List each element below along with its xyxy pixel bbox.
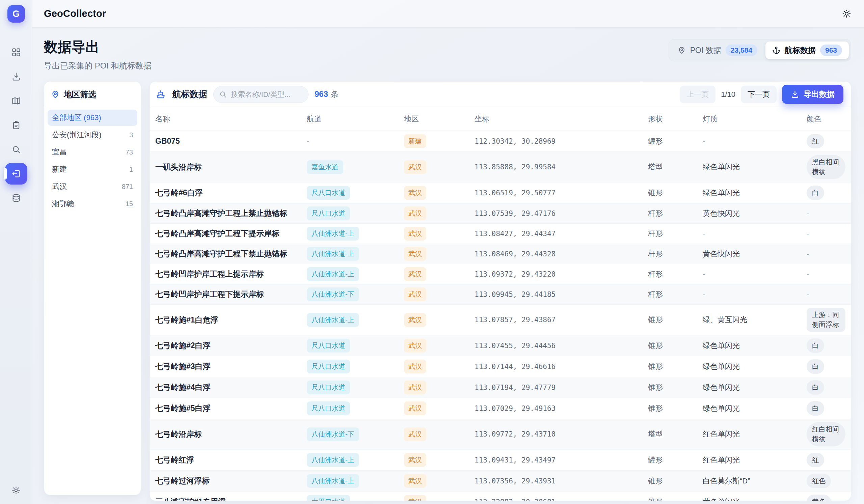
table-row[interactable]: 七弓岭凸岸高滩守护工程下提示岸标八仙洲水道-上武汉113.08427, 29.4… [150,223,851,244]
region-badge: 武汉 [404,313,426,327]
color-badge: 红色 [807,474,831,488]
region-badge: 武汉 [404,360,426,373]
color-badge: 黄色 [807,494,831,501]
table-row[interactable]: 七弓岭施#2白浮尺八口水道武汉113.07455, 29.44456锥形绿色单闪… [150,335,851,356]
cell-shape: 杆形 [648,229,703,239]
color-badge: 红 [807,453,824,467]
cell-light: 黄色快闪光 [703,249,807,259]
cell-coordinates: 113.85888, 29.99584 [475,163,648,171]
filter-item-count: 73 [125,148,133,156]
sidebar-item-map[interactable] [5,90,27,112]
cell-coordinates: 113.09772, 29.43710 [475,430,648,438]
dataset-tab-label: POI 数据 [690,45,721,56]
table-row[interactable]: 七弓岭施#5白浮尺八口水道武汉113.07029, 29.49163锥形绿色单闪… [150,398,851,419]
cell-light: - [703,137,807,146]
table-row[interactable]: 七弓岭过河浮标八仙洲水道-上武汉113.07356, 29.43931锥形白色莫… [150,470,851,491]
cell-shape: 杆形 [648,269,703,279]
region-badge: 武汉 [404,287,426,301]
record-count-value: 963 [314,89,328,99]
sidebar-item-database[interactable] [5,187,27,209]
row-name: 七弓岭施#1白危浮 [155,315,307,325]
table-row[interactable]: GB075-新建112.30342, 30.28969罐形-红 [150,131,851,151]
empty-dash: - [807,270,845,279]
region-badge: 武汉 [404,453,426,467]
row-name: 七弓岭凹岸护岸工程上提示岸标 [155,269,307,279]
region-badge: 武汉 [404,227,426,241]
theme-toggle-sun-icon[interactable] [842,9,851,18]
cell-coordinates: 113.07194, 29.47779 [475,383,648,392]
dataset-tab-poi[interactable]: POI 数据 23,584 [671,41,764,59]
column-header: 坐标 [475,114,648,124]
sidebar-item-data-export[interactable] [5,163,27,185]
table-row[interactable]: 七弓岭施#1白危浮八仙洲水道-上武汉113.07857, 29.43867锥形绿… [150,304,851,335]
table-row[interactable]: 七弓岭凹岸护岸工程上提示岸标八仙洲水道-上武汉113.09372, 29.432… [150,264,851,284]
channel-badge: 嘉鱼水道 [307,160,343,174]
filter-item[interactable]: 公安(荆江河段)3 [48,127,137,143]
cell-shape: 塔型 [648,429,703,439]
row-name: 七弓岭红浮 [155,455,307,465]
cell-shape: 杆形 [648,249,703,259]
region-badge: 新建 [404,134,426,148]
page-indicator: 1/10 [721,90,735,99]
table-row[interactable]: 七弓岭凸岸高滩守护工程上禁止抛锚标尺八口水道武汉113.07539, 29.47… [150,203,851,223]
row-name: 七弓岭施#3白浮 [155,361,307,372]
table-row[interactable]: 七弓岭沿岸标八仙洲水道-下武汉113.09772, 29.43710塔型红色单闪… [150,419,851,449]
data-export-icon [11,169,21,179]
table-row[interactable]: 七弓岭红浮八仙洲水道-上武汉113.09431, 29.43497罐形红色单闪光… [150,449,851,470]
filter-item[interactable]: 全部地区 (963) [48,110,137,126]
filter-item[interactable]: 湘鄂赣15 [48,196,137,212]
cell-coordinates: 113.07857, 29.43867 [475,316,648,324]
settings-gear-icon[interactable] [11,485,21,495]
table-row[interactable]: 七弓岭凹岸护岸工程下提示岸标八仙洲水道-下武汉113.09945, 29.441… [150,284,851,304]
page-title: 数据导出 [44,38,152,56]
table-row[interactable]: 七弓岭施#4白浮尺八口水道武汉113.07194, 29.47779锥形绿色单闪… [150,377,851,398]
cell-light: 红色单闪光 [703,455,807,465]
beacon-table-card: 航标数据 963 条 上一页 1/10 下一页 [149,81,851,501]
table-row[interactable]: 七弓岭凸岸高滩守护工程下禁止抛锚标八仙洲水道-上武汉113.08469, 29.… [150,244,851,264]
filter-item-label: 公安(荆江河段) [52,130,101,140]
poi-count-badge: 23,584 [725,45,757,56]
prev-page-button[interactable]: 上一页 [680,86,716,103]
dashboard-grid-icon [11,48,21,57]
channel-badge: 八仙洲水道-上 [307,267,359,281]
sidebar-item-download[interactable] [5,66,27,87]
cell-shape: 锥形 [648,476,703,486]
filter-item[interactable]: 武汉871 [48,179,137,195]
dataset-tab-beacon[interactable]: 航标数据 963 [766,41,849,59]
page-subtitle: 导出已采集的 POI 和航标数据 [44,60,152,71]
channel-badge: 尺八口水道 [307,402,350,415]
column-header: 灯质 [703,114,807,124]
sidebar-item-clipboard[interactable] [5,114,27,136]
download-icon [11,72,21,81]
table-row[interactable]: 七弓岭施#3白浮尺八口水道武汉113.07144, 29.46616锥形绿色单闪… [150,356,851,377]
cell-coordinates: 113.08469, 29.44328 [475,250,648,258]
search-input[interactable] [230,90,305,99]
cell-shape: 塔型 [648,162,703,172]
anchor-icon [772,46,780,54]
cell-light: 绿色单闪光 [703,404,807,414]
empty-dash: - [807,290,845,299]
table-header: 航标数据 963 条 上一页 1/10 下一页 [150,82,851,107]
sidebar-item-search[interactable] [5,139,27,160]
column-header: 名称 [155,114,307,124]
app-logo[interactable]: G [8,5,25,23]
export-data-button[interactable]: 导出数据 [782,85,843,104]
filter-item[interactable]: 新建1 [48,161,137,177]
cell-light: 绿色单闪光 [703,188,807,198]
table-row[interactable]: 一矶头沿岸标嘉鱼水道武汉113.85888, 29.99584塔型绿色单闪光黑白… [150,151,851,182]
table-row[interactable]: 三八滩守护#1专用浮太平口水道武汉112.22883, 30.30681锥形黄色… [150,491,851,501]
row-name: 七弓岭施#2白浮 [155,340,307,351]
cell-shape: 杆形 [648,290,703,299]
filter-item[interactable]: 宜昌73 [48,144,137,160]
row-name: 七弓岭凸岸高滩守护工程上禁止抛锚标 [155,208,307,219]
cell-coordinates: 113.08427, 29.44347 [475,230,648,238]
cell-coordinates: 113.07144, 29.46616 [475,362,648,371]
table-row[interactable]: 七弓岭#6白浮尺八口水道武汉113.06519, 29.50777锥形绿色单闪光… [150,182,851,203]
column-header: 航道 [307,114,404,124]
row-name: 七弓岭凸岸高滩守护工程下禁止抛锚标 [155,249,307,259]
row-name: 七弓岭#6白浮 [155,187,307,198]
next-page-button[interactable]: 下一页 [741,86,777,103]
map-pin-icon [678,46,686,54]
sidebar-item-dashboard-grid[interactable] [5,41,27,63]
channel-badge: 尺八口水道 [307,186,350,200]
